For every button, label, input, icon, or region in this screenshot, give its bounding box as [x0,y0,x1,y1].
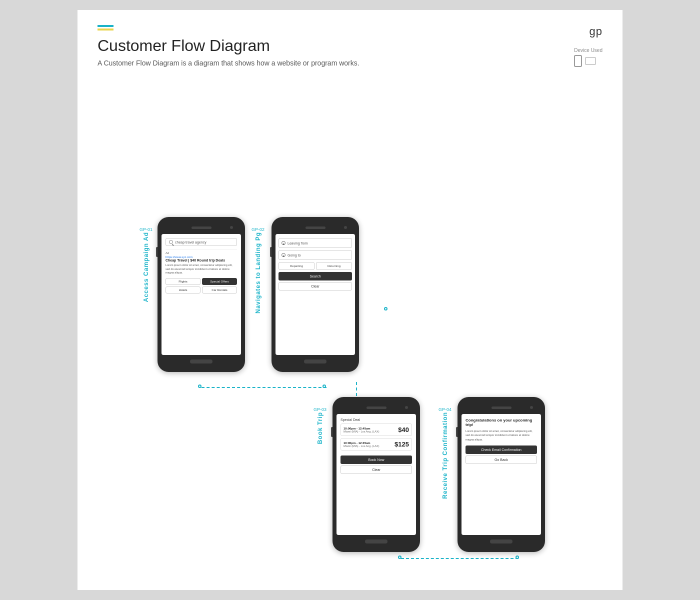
check-email-btn[interactable]: Check Email Confirmation [466,446,537,454]
button-row-1-gp01: Flights Special Offers [166,278,237,285]
step-number-gp03: GP-03 [314,407,326,412]
pin-icon-2 [282,253,285,257]
home-gp02 [304,360,326,364]
phone-gp03-bottom [336,537,416,546]
camera-gp01 [230,226,233,229]
step-label-gp02: GP-02 Navigates to Landing Pg [252,227,264,314]
phone-gp04: Congratulations on your upcoming trip! L… [458,397,545,552]
deal-price-2: $125 [394,440,409,448]
confirm-text: Lorem ipsum dolor sit amet, consectetur … [466,429,537,442]
speaker-gp03 [366,406,386,409]
deal-info-2: 10:00pm - 12:45am Miami (MIA) - Los Ang.… [344,442,394,448]
deal-route-1: Miami (MIA) - Los Ang. (LAX) [344,430,398,433]
search-icon-gp01 [169,240,173,244]
page-title: Customer Flow Diagram [98,36,602,55]
speaker-gp02 [306,226,326,229]
special-offers-btn[interactable]: Special Offers [202,278,237,285]
diagram-area: cheap travel agency Ad https://www.xyz.c… [78,77,622,547]
phone-gp01-bottom [162,357,241,366]
device-used-section: Device Used [574,48,602,67]
leaving-from-field[interactable]: Leaving from [278,238,352,248]
departing-btn[interactable]: Departing [278,262,314,270]
step-title-gp02: Navigates to Landing Pg [254,232,262,314]
pin-icon-1 [282,241,285,245]
hotels-btn[interactable]: Hotels [166,286,200,294]
screen-content-gp01: cheap travel agency Ad https://www.xyz.c… [162,234,241,355]
book-now-btn[interactable]: Book Now [340,456,412,464]
search-btn-gp02[interactable]: Search [278,272,352,280]
accent-bars [98,25,602,30]
returning-btn[interactable]: Returning [316,262,352,270]
dot-4 [398,556,402,559]
phone-gp02-bottom [276,357,355,366]
phone-gp03: Special Deal 10:00pm - 12:45am Miami (MI… [332,397,420,552]
speaker-gp04 [492,406,512,409]
connector-1-2-h [202,387,326,388]
phone-gp04-top [462,403,541,412]
dot-gp02-right [384,307,388,310]
connector-3-4-h [401,558,518,559]
special-deal-label: Special Deal [340,418,412,422]
step-number-gp02: GP-02 [252,227,264,232]
page-container: gp Customer Flow Diagram A Customer Flow… [78,10,622,590]
device-used-label: Device Used [574,48,602,53]
phone-gp04-body: Congratulations on your upcoming trip! L… [458,397,545,552]
screen-content-gp03: Special Deal 10:00pm - 12:45am Miami (MI… [336,414,416,535]
phone-gp01-body: cheap travel agency Ad https://www.xyz.c… [158,217,245,372]
camera-gp02 [344,226,347,229]
tablet-icon [585,57,596,65]
phone-gp01: cheap travel agency Ad https://www.xyz.c… [158,217,245,372]
step-number-gp04: GP-04 [438,407,452,412]
going-to-field[interactable]: Going to [278,250,352,260]
step-title-gp03: Book Trip [316,412,324,444]
search-bar-gp01: cheap travel agency [166,238,237,246]
camera-gp04 [530,406,533,409]
screen-gp04: Congratulations on your upcoming trip! L… [462,414,541,535]
screen-gp02: Leaving from Going to Departing Returnin… [276,234,355,355]
flight-form-gp02: Leaving from Going to Departing Returnin… [276,234,355,294]
speaker-gp01 [192,226,212,229]
home-gp04 [490,540,512,544]
deal-info-1: 10:00pm - 12:45am Miami (MIA) - Los Ang.… [344,427,398,433]
search-text-gp01: cheap travel agency [175,240,206,244]
screen-gp03: Special Deal 10:00pm - 12:45am Miami (MI… [336,414,416,535]
leaving-from-label: Leaving from [288,242,308,245]
home-gp01 [190,360,212,364]
step-label-gp04: GP-04 Receive Trip Confirmation [438,407,452,499]
phone-gp02-top [276,223,355,232]
home-gp03 [365,540,388,544]
phone-gp02: Leaving from Going to Departing Returnin… [272,217,359,372]
dot-5 [516,556,519,559]
going-to-label: Going to [288,254,300,257]
step-title-gp04: Receive Trip Confirmation [442,412,448,499]
car-rentals-btn[interactable]: Car Rentals [202,286,237,294]
ad-text-gp01: Lorem ipsum dolor sit amet, consectetur … [166,264,237,275]
ad-label-gp01: Ad [166,252,237,254]
clear-btn-gp02[interactable]: Clear [278,282,352,290]
step-label-gp01: GP-01 Access Campaign Ad [140,227,152,302]
screen-content-gp04: Congratulations on your upcoming trip! L… [462,414,541,535]
page-subtitle: A Customer Flow Diagram is a diagram tha… [98,59,602,67]
date-row-gp02: Departing Returning [278,262,352,270]
button-row-2-gp01: Hotels Car Rentals [166,286,237,294]
deal-item-1: 10:00pm - 12:45am Miami (MIA) - Los Ang.… [340,424,412,436]
phone-icon [574,55,582,67]
phone-gp03-top [336,403,416,412]
deal-item-2: 10:00pm - 12:45am Miami (MIA) - Los Ang.… [340,438,412,450]
congrats-title: Congratulations on your upcoming trip! [466,418,537,427]
camera-gp03 [405,406,408,409]
accent-bar-blue [98,25,114,27]
step-title-gp01: Access Campaign Ad [142,232,150,302]
flights-btn[interactable]: Flights [166,278,200,285]
device-icons [574,55,602,67]
header: gp Customer Flow Diagram A Customer Flow… [78,10,622,77]
ad-title-gp01: Cheap Travel | $40 Round trip Deals [166,258,237,262]
phone-gp04-bottom [462,537,541,546]
clear-btn-gp03[interactable]: Clear [340,466,412,474]
phone-gp03-body: Special Deal 10:00pm - 12:45am Miami (MI… [332,397,420,552]
go-back-btn[interactable]: Go Back [466,456,537,464]
accent-bar-yellow [98,28,114,30]
deal-price-1: $40 [398,426,409,434]
ad-section-gp01: Ad https://www.xyz.com Cheap Travel | $4… [166,249,237,294]
step-label-gp03: GP-03 Book Trip [314,407,326,444]
